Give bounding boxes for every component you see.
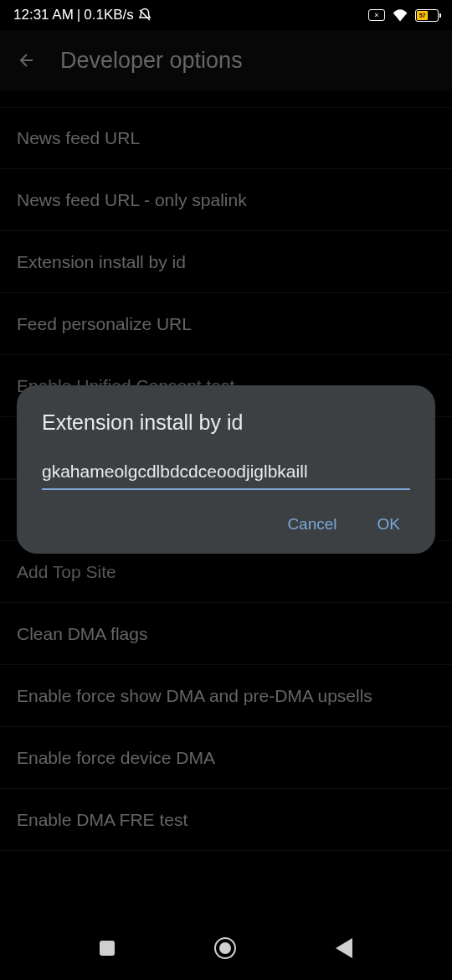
setting-item-force-show-dma[interactable]: Enable force show DMA and pre-DMA upsell… <box>0 665 452 727</box>
triangle-icon <box>336 938 352 958</box>
setting-item-news-feed-url[interactable]: News feed URL <box>0 107 452 169</box>
back-arrow-icon[interactable] <box>17 50 37 70</box>
nav-back-button[interactable] <box>336 938 352 958</box>
setting-item-news-feed-spalink[interactable]: News feed URL - only spalink <box>0 169 452 231</box>
dialog-actions: Cancel OK <box>42 515 410 540</box>
mobile-data-off-icon: × <box>368 9 385 21</box>
ok-button[interactable]: OK <box>378 515 400 534</box>
extension-id-input[interactable] <box>42 458 410 490</box>
time-text: 12:31 AM <box>13 7 74 23</box>
nav-bar <box>0 916 452 980</box>
net-speed-text: 0.1KB/s <box>84 7 134 23</box>
battery-icon: 57 <box>415 9 439 22</box>
app-bar: Developer options <box>0 30 452 90</box>
setting-item-force-device-dma[interactable]: Enable force device DMA <box>0 727 452 789</box>
dialog-title: Extension install by id <box>42 410 410 435</box>
nav-recent-button[interactable] <box>100 941 115 956</box>
status-left: 12:31 AM | 0.1KB/s <box>13 7 152 23</box>
page-title: Developer options <box>60 48 243 74</box>
setting-item-dma-fre[interactable]: Enable DMA FRE test <box>0 789 452 851</box>
circle-icon <box>214 937 236 959</box>
setting-item-clean-dma[interactable]: Clean DMA flags <box>0 603 452 665</box>
square-icon <box>100 941 115 956</box>
setting-item-feed-personalize[interactable]: Feed personalize URL <box>0 293 452 355</box>
wifi-icon <box>392 8 408 22</box>
dialog-extension-install: Extension install by id Cancel OK <box>17 385 435 554</box>
status-right: × 57 <box>368 8 439 22</box>
status-bar: 12:31 AM | 0.1KB/s × 57 <box>0 0 452 30</box>
mute-bell-icon <box>137 8 152 23</box>
setting-item-extension-install[interactable]: Extension install by id <box>0 231 452 293</box>
cancel-button[interactable]: Cancel <box>287 515 336 534</box>
nav-home-button[interactable] <box>214 937 236 959</box>
